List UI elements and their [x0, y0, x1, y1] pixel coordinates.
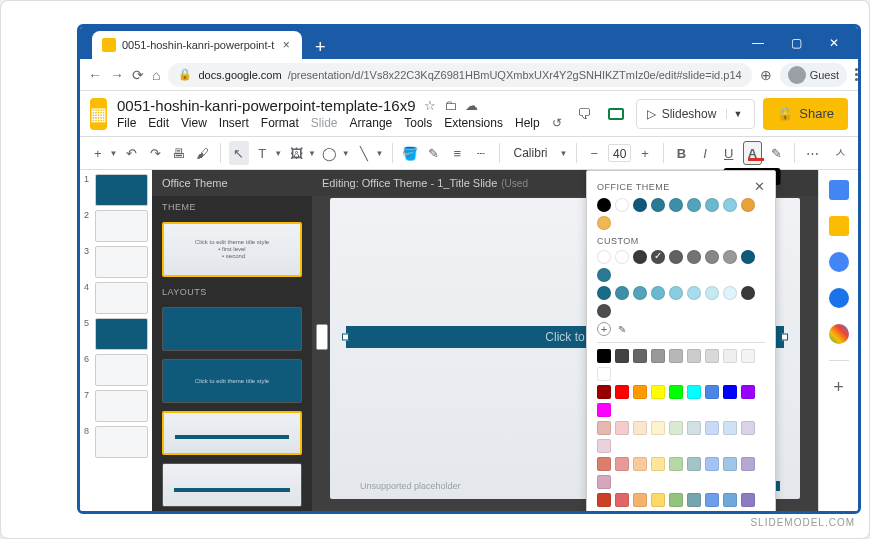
color-swatch[interactable] [669, 286, 683, 300]
slides-app-icon[interactable]: ▦ [90, 98, 107, 130]
reload-button[interactable]: ⟳ [132, 65, 144, 85]
color-swatch[interactable] [723, 457, 737, 471]
minimize-button[interactable]: — [740, 29, 776, 57]
color-swatch[interactable] [597, 268, 611, 282]
close-window-button[interactable]: ✕ [816, 29, 852, 57]
color-swatch[interactable] [615, 198, 629, 212]
color-swatch[interactable] [597, 457, 611, 471]
color-swatch[interactable] [597, 216, 611, 230]
menu-help[interactable]: Help [515, 116, 540, 130]
color-swatch[interactable] [723, 198, 737, 212]
menu-file[interactable]: File [117, 116, 136, 130]
slide-thumb-6[interactable] [95, 354, 148, 386]
color-swatch[interactable] [597, 250, 611, 264]
color-swatch[interactable] [741, 286, 755, 300]
calendar-addon-icon[interactable] [829, 180, 849, 200]
shape-dropdown[interactable]: ▼ [342, 149, 350, 158]
url-field[interactable]: 🔒 docs.google.com/presentation/d/1Vs8x22… [168, 63, 751, 87]
menu-tools[interactable]: Tools [404, 116, 432, 130]
font-size-input[interactable]: 40 [608, 144, 631, 162]
image-dropdown[interactable]: ▼ [308, 149, 316, 158]
color-swatch[interactable] [633, 493, 647, 507]
slideshow-button[interactable]: ▷ Slideshow ▼ [636, 99, 756, 129]
color-swatch[interactable] [651, 198, 665, 212]
color-swatch[interactable] [741, 385, 755, 399]
color-swatch[interactable] [723, 421, 737, 435]
color-swatch[interactable] [723, 286, 737, 300]
share-button[interactable]: 🔒 Share [763, 98, 848, 130]
color-swatch[interactable] [705, 198, 719, 212]
color-swatch[interactable] [597, 493, 611, 507]
forward-button[interactable]: → [110, 65, 124, 85]
get-addons-button[interactable]: + [833, 377, 844, 398]
new-slide-dropdown[interactable]: ▼ [110, 149, 118, 158]
hide-menus-button[interactable]: ㅅ [830, 141, 850, 165]
color-swatch[interactable] [705, 421, 719, 435]
color-swatch[interactable] [669, 421, 683, 435]
color-swatch[interactable] [597, 198, 611, 212]
install-button[interactable]: ⊕ [760, 65, 772, 85]
color-swatch[interactable] [669, 457, 683, 471]
menu-extensions[interactable]: Extensions [444, 116, 503, 130]
color-swatch[interactable] [741, 493, 755, 507]
meet-button[interactable] [604, 102, 628, 126]
indent-marker[interactable] [316, 324, 328, 350]
color-swatch[interactable] [705, 286, 719, 300]
menu-edit[interactable]: Edit [148, 116, 169, 130]
color-swatch[interactable] [687, 286, 701, 300]
color-swatch[interactable] [615, 286, 629, 300]
last-edit-icon[interactable]: ↺ [552, 116, 562, 130]
layout-thumb-3[interactable] [162, 411, 302, 455]
color-swatch[interactable] [615, 421, 629, 435]
slide-thumb-4[interactable] [95, 282, 148, 314]
color-swatch[interactable] [597, 286, 611, 300]
tasks-addon-icon[interactable] [829, 252, 849, 272]
menu-insert[interactable]: Insert [219, 116, 249, 130]
color-swatch[interactable] [741, 250, 755, 264]
color-swatch[interactable] [687, 457, 701, 471]
comments-icon[interactable]: 🗨 [572, 102, 596, 126]
star-icon[interactable]: ☆ [424, 98, 436, 113]
slide-thumb-7[interactable] [95, 390, 148, 422]
color-swatch[interactable] [633, 457, 647, 471]
color-swatch[interactable] [597, 367, 611, 381]
color-swatch[interactable] [723, 250, 737, 264]
eyedropper-button[interactable]: ✎ [615, 322, 629, 336]
maps-addon-icon[interactable] [829, 324, 849, 344]
color-swatch[interactable] [669, 198, 683, 212]
browser-tab[interactable]: 0051-hoshin-kanri-powerpoint-t × [92, 31, 302, 59]
decrease-font-button[interactable]: − [585, 141, 605, 165]
profile-chip[interactable]: Guest [780, 63, 847, 87]
color-swatch[interactable] [723, 349, 737, 363]
color-swatch[interactable] [669, 349, 683, 363]
text-color-button[interactable]: A Text Color [743, 141, 763, 165]
contacts-addon-icon[interactable] [829, 288, 849, 308]
color-swatch[interactable] [651, 349, 665, 363]
color-swatch[interactable] [615, 250, 629, 264]
bold-button[interactable]: B [672, 141, 692, 165]
color-swatch[interactable] [597, 421, 611, 435]
font-select[interactable]: Calibri [508, 146, 558, 160]
close-tab-icon[interactable]: × [280, 39, 292, 51]
move-icon[interactable]: 🗀 [444, 98, 457, 113]
color-swatch[interactable] [741, 349, 755, 363]
color-swatch[interactable] [633, 421, 647, 435]
color-swatch[interactable] [723, 385, 737, 399]
color-swatch[interactable] [633, 286, 647, 300]
color-swatch[interactable] [615, 385, 629, 399]
color-swatch[interactable] [705, 250, 719, 264]
layout-thumb-2[interactable]: Click to edit theme title style [162, 359, 302, 403]
maximize-button[interactable]: ▢ [778, 29, 814, 57]
print-button[interactable]: 🖶 [169, 141, 189, 165]
resize-handle-right[interactable] [781, 334, 788, 341]
add-custom-color-button[interactable]: + [597, 322, 611, 336]
color-swatch[interactable] [633, 198, 647, 212]
color-swatch[interactable] [651, 286, 665, 300]
keep-addon-icon[interactable] [829, 216, 849, 236]
color-swatch[interactable] [669, 250, 683, 264]
increase-font-button[interactable]: + [635, 141, 655, 165]
color-swatch[interactable] [651, 493, 665, 507]
shape-tool[interactable]: ◯ [320, 141, 340, 165]
slide-thumb-2[interactable] [95, 210, 148, 242]
color-swatch[interactable] [687, 421, 701, 435]
